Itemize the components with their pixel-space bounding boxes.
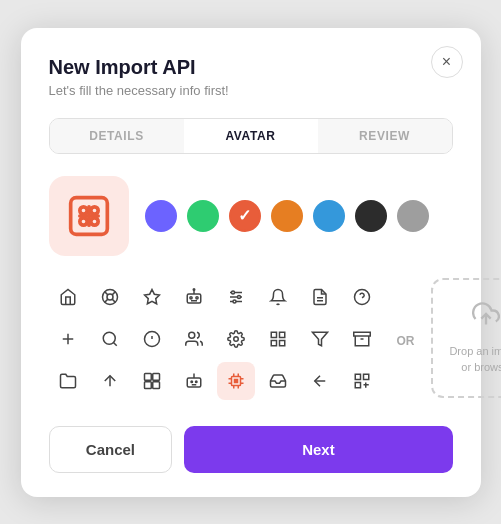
svg-rect-38 bbox=[279, 332, 284, 337]
icon-bell[interactable] bbox=[259, 278, 297, 316]
icon-robot[interactable] bbox=[175, 278, 213, 316]
svg-point-51 bbox=[195, 381, 197, 383]
swatch-green[interactable] bbox=[187, 200, 219, 232]
icon-life-ring[interactable] bbox=[91, 278, 129, 316]
avatar-section: ✓ bbox=[49, 176, 453, 256]
svg-rect-6 bbox=[78, 214, 100, 218]
svg-line-10 bbox=[112, 299, 115, 302]
svg-rect-39 bbox=[271, 340, 276, 345]
icon-modules[interactable] bbox=[133, 362, 171, 400]
modal: × New Import API Let's fill the necessar… bbox=[21, 28, 481, 497]
svg-point-30 bbox=[103, 332, 115, 344]
icon-info[interactable] bbox=[133, 320, 171, 358]
icon-settings[interactable] bbox=[217, 320, 255, 358]
modal-title: New Import API bbox=[49, 56, 453, 79]
swatch-purple[interactable] bbox=[145, 200, 177, 232]
svg-rect-40 bbox=[279, 340, 284, 345]
svg-point-21 bbox=[231, 291, 234, 294]
or-label: OR bbox=[393, 281, 419, 401]
svg-rect-57 bbox=[363, 374, 368, 379]
icon-row-2 bbox=[49, 320, 381, 358]
upload-icon bbox=[472, 300, 500, 335]
icon-help[interactable] bbox=[343, 278, 381, 316]
icon-inbox[interactable] bbox=[259, 362, 297, 400]
svg-point-16 bbox=[189, 296, 191, 298]
icon-home[interactable] bbox=[49, 278, 87, 316]
icon-plus[interactable] bbox=[49, 320, 87, 358]
swatch-gray[interactable] bbox=[397, 200, 429, 232]
svg-point-17 bbox=[195, 296, 197, 298]
icon-grid bbox=[49, 278, 381, 404]
footer-buttons: Cancel Next bbox=[49, 426, 453, 473]
icon-arrow-left[interactable] bbox=[301, 362, 339, 400]
tab-avatar[interactable]: AVATAR bbox=[184, 119, 318, 153]
svg-line-12 bbox=[104, 299, 107, 302]
icon-row-3 bbox=[49, 362, 381, 400]
icon-star[interactable] bbox=[133, 278, 171, 316]
svg-point-8 bbox=[107, 294, 113, 300]
icon-filter[interactable] bbox=[301, 320, 339, 358]
svg-marker-13 bbox=[144, 289, 159, 303]
svg-rect-48 bbox=[152, 381, 159, 388]
swatch-orange-red[interactable]: ✓ bbox=[229, 200, 261, 232]
swatch-black[interactable] bbox=[355, 200, 387, 232]
swatch-orange[interactable] bbox=[271, 200, 303, 232]
avatar-preview bbox=[49, 176, 129, 256]
svg-marker-41 bbox=[312, 332, 327, 346]
close-icon: × bbox=[442, 53, 451, 71]
drop-line2: or browse bbox=[461, 361, 501, 373]
svg-rect-54 bbox=[233, 378, 238, 383]
icon-bot[interactable] bbox=[175, 362, 213, 400]
svg-rect-49 bbox=[187, 378, 201, 387]
icon-folder[interactable] bbox=[49, 362, 87, 400]
modal-subtitle: Let's fill the necessary info first! bbox=[49, 83, 453, 98]
svg-rect-46 bbox=[152, 373, 159, 380]
svg-point-50 bbox=[191, 381, 193, 383]
svg-point-4 bbox=[90, 217, 97, 224]
icon-sort[interactable] bbox=[91, 362, 129, 400]
svg-rect-58 bbox=[355, 382, 360, 387]
icon-search[interactable] bbox=[91, 320, 129, 358]
icon-archive[interactable] bbox=[343, 320, 381, 358]
icon-grid-plus[interactable] bbox=[343, 362, 381, 400]
icon-sliders[interactable] bbox=[217, 278, 255, 316]
svg-point-1 bbox=[79, 206, 86, 213]
tab-review[interactable]: REVIEW bbox=[318, 119, 452, 153]
close-button[interactable]: × bbox=[431, 46, 463, 78]
svg-rect-37 bbox=[271, 332, 276, 337]
svg-line-31 bbox=[113, 342, 116, 345]
svg-rect-42 bbox=[353, 332, 370, 336]
icon-cpu-active[interactable] bbox=[217, 362, 255, 400]
svg-line-11 bbox=[112, 291, 115, 294]
drop-zone[interactable]: Drop an image or browse bbox=[431, 278, 502, 398]
swatch-blue[interactable] bbox=[313, 200, 345, 232]
svg-point-3 bbox=[79, 217, 86, 224]
bottom-section: OR Drop an image or browse bbox=[49, 278, 453, 404]
next-button[interactable]: Next bbox=[184, 426, 452, 473]
cancel-button[interactable]: Cancel bbox=[49, 426, 173, 473]
svg-rect-45 bbox=[144, 373, 151, 380]
drop-line1: Drop an image bbox=[449, 345, 501, 357]
svg-line-9 bbox=[104, 291, 107, 294]
tab-details[interactable]: DETAILS bbox=[50, 119, 184, 153]
icon-file[interactable] bbox=[301, 278, 339, 316]
svg-point-35 bbox=[188, 332, 194, 338]
svg-point-2 bbox=[90, 206, 97, 213]
icon-users[interactable] bbox=[175, 320, 213, 358]
icon-row-1 bbox=[49, 278, 381, 316]
svg-point-23 bbox=[233, 300, 236, 303]
svg-point-36 bbox=[233, 336, 238, 341]
svg-rect-14 bbox=[187, 294, 201, 303]
svg-point-15 bbox=[193, 288, 195, 290]
svg-rect-47 bbox=[144, 381, 151, 388]
tab-bar: DETAILS AVATAR REVIEW bbox=[49, 118, 453, 154]
drop-zone-text: Drop an image or browse bbox=[449, 343, 501, 376]
icon-grid[interactable] bbox=[259, 320, 297, 358]
svg-point-22 bbox=[237, 295, 240, 298]
color-swatches: ✓ bbox=[145, 200, 429, 232]
svg-rect-56 bbox=[355, 374, 360, 379]
check-icon: ✓ bbox=[238, 206, 251, 225]
